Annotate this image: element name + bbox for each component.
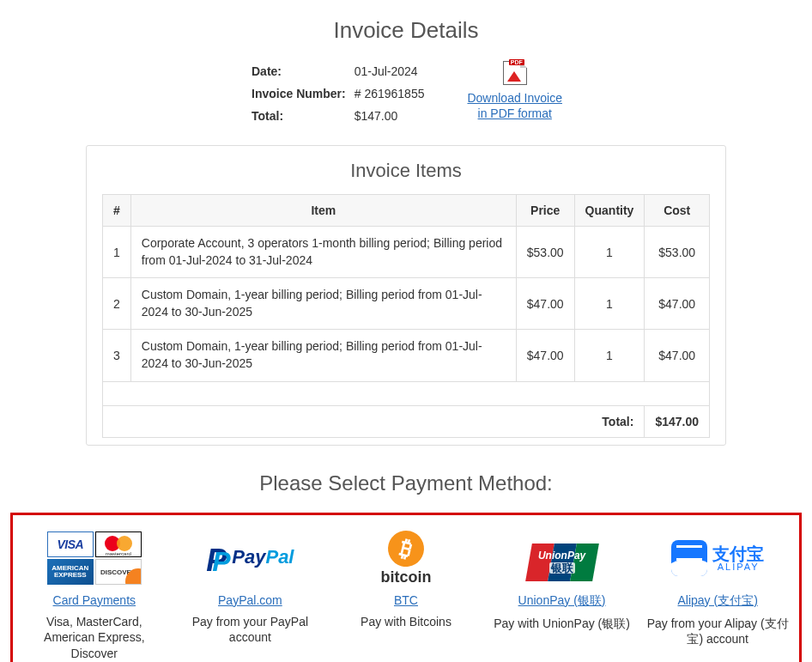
items-total-value: $147.00 [645, 405, 710, 437]
payment-methods-box: VISA mastercard AMERICAN EXPRESS DISCOVE… [10, 513, 802, 662]
col-price: Price [516, 195, 574, 227]
payment-method-paypal[interactable]: PPPayPal PayPal.com Pay from your PayPal… [174, 531, 327, 662]
total-label: Total: [251, 106, 353, 126]
unionpay-link[interactable]: UnionPay (银联) [518, 593, 606, 609]
discover-icon: DISCOVER [95, 559, 142, 585]
invoice-items-panel: Invoice Items # Item Price Quantity Cost… [86, 145, 726, 446]
table-row: 1Corporate Account, 3 operators 1-month … [103, 227, 710, 278]
date-label: Date: [251, 61, 353, 82]
items-total-label: Total: [103, 405, 645, 437]
payment-method-btc[interactable]: ₿ bitcoin BTC Pay with Bitcoins [330, 531, 482, 662]
invoice-details-row: Date: 01-Jul-2024 Invoice Number: # 2619… [0, 59, 812, 128]
row-qty: 1 [574, 227, 645, 278]
amex-icon: AMERICAN EXPRESS [47, 559, 94, 585]
btc-link[interactable]: BTC [394, 593, 418, 607]
alipay-link[interactable]: Alipay (支付宝) [677, 593, 757, 609]
bitcoin-logo: ₿ bitcoin [330, 531, 482, 586]
payment-method-alipay[interactable]: 支付宝 ALIPAY Alipay (支付宝) Pay from your Al… [641, 531, 794, 662]
row-num: 2 [103, 278, 131, 330]
bitcoin-icon: ₿ [385, 526, 428, 570]
row-price: $47.00 [516, 330, 574, 381]
pdf-download-block: PDF Download Invoice in PDF format [467, 59, 562, 128]
row-num: 3 [103, 330, 131, 381]
pdf-link-line1: Download Invoice [467, 91, 562, 105]
col-qty: Quantity [574, 195, 645, 227]
total-value: $147.00 [354, 106, 432, 126]
invoice-details-table: Date: 01-Jul-2024 Invoice Number: # 2619… [250, 59, 433, 128]
bitcoin-word: bitcoin [380, 568, 431, 586]
col-item: Item [130, 195, 516, 227]
invoice-number-value: # 261961855 [354, 83, 432, 104]
row-item: Custom Domain, 1-year billing period; Bi… [130, 278, 516, 330]
unionpay-logo: UnionPay银联 [486, 531, 639, 586]
unionpay-desc: Pay with UnionPay (银联) [486, 616, 639, 632]
paypal-desc: Pay from your PayPal account [174, 614, 327, 647]
card-payments-desc: Visa, MasterCard, American Express, Disc… [18, 614, 171, 662]
download-pdf-link[interactable]: Download Invoice in PDF format [467, 90, 562, 121]
row-cost: $47.00 [645, 278, 710, 330]
pdf-link-line2: in PDF format [478, 106, 552, 120]
col-cost: Cost [645, 195, 710, 227]
alipay-cn: 支付宝 [712, 545, 764, 562]
row-cost: $53.00 [645, 227, 710, 278]
alipay-en: ALIPAY [712, 562, 764, 572]
invoice-items-title: Invoice Items [102, 160, 710, 182]
btc-desc: Pay with Bitcoins [330, 614, 482, 630]
row-price: $47.00 [516, 278, 574, 330]
alipay-desc: Pay from your Alipay (支付宝) account [641, 616, 794, 648]
row-num: 1 [103, 227, 131, 278]
alipay-icon [671, 540, 707, 576]
date-value: 01-Jul-2024 [354, 61, 432, 82]
payment-method-unionpay[interactable]: UnionPay银联 UnionPay (银联) Pay with UnionP… [486, 531, 639, 662]
row-qty: 1 [574, 278, 645, 330]
alipay-logo: 支付宝 ALIPAY [641, 531, 794, 586]
row-price: $53.00 [516, 227, 574, 278]
payment-method-cards[interactable]: VISA mastercard AMERICAN EXPRESS DISCOVE… [18, 531, 171, 662]
table-row: 3Custom Domain, 1-year billing period; B… [103, 330, 710, 381]
mastercard-icon: mastercard [95, 531, 142, 557]
paypal-icon: PP [206, 543, 230, 574]
paypal-logo: PPPayPal [174, 531, 327, 586]
row-qty: 1 [574, 330, 645, 381]
select-payment-title: Please Select Payment Method: [0, 471, 812, 495]
row-cost: $47.00 [645, 330, 710, 381]
card-payments-link[interactable]: Card Payments [53, 593, 136, 607]
row-item: Corporate Account, 3 operators 1-month b… [130, 227, 516, 278]
invoice-number-label: Invoice Number: [251, 83, 353, 104]
visa-icon: VISA [47, 531, 94, 557]
page-title: Invoice Details [0, 17, 812, 44]
cards-logo-group: VISA mastercard AMERICAN EXPRESS DISCOVE… [18, 531, 171, 586]
col-num: # [103, 195, 131, 227]
row-item: Custom Domain, 1-year billing period; Bi… [130, 330, 516, 381]
invoice-items-table: # Item Price Quantity Cost 1Corporate Ac… [102, 194, 710, 438]
table-row: 2Custom Domain, 1-year billing period; B… [103, 278, 710, 330]
pdf-icon[interactable]: PDF [502, 59, 528, 85]
paypal-link[interactable]: PayPal.com [218, 593, 282, 607]
